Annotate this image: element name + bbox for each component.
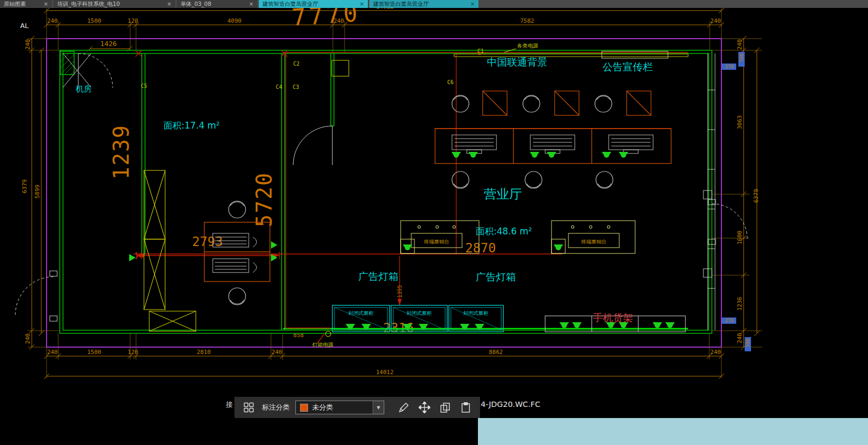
chair: [452, 171, 469, 188]
dim-right: 1236: [736, 297, 743, 311]
label-c4: C4: [276, 84, 282, 90]
dim-bottom-total: 14012: [376, 369, 393, 376]
tab-drawing-5[interactable]: 建筑智造白鹭岛营业厅 ×: [369, 0, 478, 8]
category-dropdown[interactable]: 未分类 ▼: [295, 401, 384, 414]
dim-right-selected: 390: [745, 339, 751, 347]
side-table: [483, 91, 507, 115]
dim-top: 1500: [87, 17, 102, 24]
dim-right-selected: 270: [725, 64, 734, 69]
speaker-symbols: [346, 152, 675, 330]
dim-right: 6379: [753, 189, 760, 203]
label-ad-lightbox-left: 广告灯箱: [358, 270, 399, 282]
chair: [596, 171, 613, 188]
plan-labels: 机房 面积:17.4 m² 中国联通背景 公告宣传栏 营业厅 面积:48.6 m…: [20, 22, 653, 348]
label-display-cabinet: 封闭式展柜: [463, 310, 489, 316]
monitor: [609, 135, 653, 153]
annotation-toolbar: 标注分类 未分类 ▼: [234, 397, 480, 418]
label-business-hall: 营业厅: [484, 187, 522, 202]
label-lightbox-power: 灯箱电源: [312, 342, 333, 348]
tab-close-icon[interactable]: ×: [471, 0, 475, 8]
dim-right: 240: [736, 39, 743, 50]
tab-drawing-2[interactable]: 培训_电子科技系统_电10 ×: [53, 0, 175, 8]
right-wall-windows: [703, 53, 715, 330]
tab-label: 建筑智造白鹭岛营业厅: [263, 0, 318, 8]
desktop-area: [478, 418, 868, 445]
dim-interior: 1426: [100, 40, 116, 48]
label-grid-al: AL: [20, 22, 29, 30]
label-power-sources: 各类电源: [517, 43, 538, 49]
dim-1239: 1239: [109, 124, 133, 179]
move-icon[interactable]: [417, 400, 432, 415]
floor-plan-drawing[interactable]: 14012 240 1500 120 4090 240 7582 240 240…: [0, 0, 868, 445]
chair: [452, 95, 469, 112]
label-terminal-counter: 终端展销台: [581, 239, 607, 244]
dim-left: 240: [24, 333, 31, 344]
label-notice-board: 公告宣传栏: [603, 61, 653, 72]
label-display-cabinet: 封闭式展柜: [406, 310, 432, 316]
dim-bottom: 8862: [489, 349, 503, 356]
dim-bottom: 240: [47, 349, 58, 356]
dim-left: 6379: [21, 179, 28, 194]
dim-bottom: 1500: [87, 349, 102, 356]
tab-close-icon[interactable]: ×: [249, 0, 254, 8]
tab-close-icon[interactable]: ×: [167, 0, 171, 8]
label-display-cabinet: 封闭式展柜: [348, 310, 374, 316]
dim-right: 1600: [736, 231, 743, 245]
chair: [525, 171, 542, 188]
tab-drawing-3[interactable]: 单体_03_08 ×: [177, 0, 257, 8]
tab-label: 单体_03_08: [180, 0, 211, 8]
chevron-down-icon[interactable]: ▼: [373, 401, 384, 414]
machine-room-hatch: [60, 51, 74, 75]
label-c1: C1: [477, 48, 484, 54]
side-table: [627, 91, 651, 115]
dim-top: 120: [128, 17, 138, 24]
dim-right: 240: [736, 333, 743, 343]
drawing-filename: 24-JDG20.WC.FC: [476, 400, 540, 408]
chair: [523, 95, 540, 112]
label-terminal-counter: 终端展销台: [424, 239, 449, 244]
partial-canvas-text: 接: [226, 400, 233, 410]
chair: [229, 288, 246, 305]
copy-icon[interactable]: [438, 400, 453, 415]
cad-canvas-area[interactable]: 14012 240 1500 120 4090 240 7582 240 240…: [0, 0, 868, 445]
tab-close-icon[interactable]: ×: [360, 0, 364, 8]
circuit-labels: C1 C2 C3 C4 C5 C6: [141, 48, 484, 90]
dim-top: 240: [710, 17, 721, 24]
label-c3: C3: [293, 84, 299, 90]
label-area-17: 面积:17.4 m²: [164, 120, 220, 131]
label-machine-room: 机房: [76, 84, 92, 94]
label-area-48: 面积:48.6 m²: [476, 226, 532, 237]
door-arc-hall: [293, 126, 332, 165]
chair: [595, 95, 612, 112]
door-arc-machine-room: [78, 53, 113, 88]
tab-close-icon[interactable]: ×: [44, 0, 48, 8]
tab-label: 建筑智造白鹭岛营业厅: [373, 0, 429, 8]
tab-label: 培训_电子科技系统_电10: [57, 0, 120, 8]
dimension-texts: 14012 240 1500 120 4090 240 7582 240 240…: [21, 3, 760, 376]
dim-top: 4090: [228, 17, 242, 24]
category-dropdown-value: 未分类: [312, 403, 373, 412]
dim-left: 5899: [34, 185, 41, 199]
label-c5: C5: [141, 83, 147, 89]
tab-drawing-4-active[interactable]: 建筑智造白鹭岛营业厅 ×: [259, 0, 368, 8]
label-phone-shelf: 手机货架: [593, 312, 633, 323]
label-unicom-backdrop: 中国联通背景: [487, 56, 547, 68]
label-c6: C6: [447, 79, 454, 85]
edit-annotation-icon[interactable]: [396, 400, 411, 415]
dim-left: 240: [24, 39, 31, 50]
label-c2: C2: [293, 61, 300, 67]
walls-green: [60, 50, 712, 333]
tab-label: 原始图素: [4, 0, 26, 8]
paste-icon[interactable]: [458, 400, 473, 415]
electrical-wiring: [133, 50, 688, 343]
drawing-tabbar: 原始图素 × 培训_电子科技系统_电10 × 单体_03_08 × 建筑智造白鹭…: [0, 0, 868, 8]
dim-right: 3063: [736, 115, 743, 130]
category-color-swatch: [300, 404, 308, 412]
chair: [229, 201, 246, 218]
dim-interior: 858: [293, 332, 304, 339]
tab-drawing-1[interactable]: 原始图素 ×: [0, 0, 52, 8]
dim-top: 7582: [520, 17, 535, 24]
side-table: [555, 91, 579, 115]
boundary-purple: [47, 39, 721, 347]
category-grid-icon[interactable]: [241, 400, 256, 415]
